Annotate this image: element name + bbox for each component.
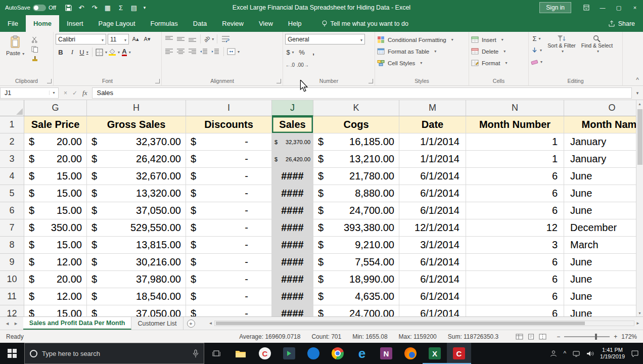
cell-N4[interactable]: 6 [466,168,564,185]
cell-G3[interactable]: $20.00 [24,151,87,168]
conditional-formatting-button[interactable]: Conditional Formatting [377,34,467,46]
cell-O7[interactable]: December [564,219,643,237]
tell-me-box[interactable]: Tell me what you want to do [322,15,408,32]
maximize-button[interactable]: ▢ [611,0,627,15]
column-header-I[interactable]: I [186,100,272,116]
chrome-button[interactable] [326,343,350,364]
start-button[interactable] [0,343,24,364]
cell-G11[interactable]: $12.00 [24,288,87,305]
cell-G9[interactable]: $12.00 [24,254,87,271]
zoom-in-button[interactable]: + [614,333,617,340]
cell-K7[interactable]: $393,380.00 [313,219,399,237]
cell-N9[interactable]: 6 [466,254,564,271]
row-header-6[interactable]: 6 [0,202,24,219]
clipboard-dialog-launcher[interactable] [47,79,52,83]
page-break-view-button[interactable] [539,334,546,340]
qat-chart-button[interactable]: ▤ [128,2,140,14]
task-view-button[interactable] [204,343,228,364]
name-box[interactable]: J1 ▾ [0,87,59,99]
cell-J3[interactable]: $26,420.00 [272,151,313,168]
column-header-H[interactable]: H [87,100,186,116]
cell-G7[interactable]: $350.00 [24,219,87,237]
format-as-table-button[interactable]: Format as Table [377,46,467,57]
cell-O1[interactable]: Month Name [564,116,643,133]
row-header-7[interactable]: 7 [0,219,24,237]
cell-G8[interactable]: $15.00 [24,237,87,254]
row-header-8[interactable]: 8 [0,237,24,254]
collapse-ribbon-button[interactable]: ^ [636,76,639,83]
orientation-button[interactable]: ab [204,34,214,44]
cell-G12[interactable]: $15.00 [24,305,87,316]
cell-I5[interactable]: $- [186,185,272,202]
scroll-down-icon[interactable]: ▼ [638,309,641,316]
increase-indent-button[interactable] [210,47,220,57]
qat-borders-button[interactable]: ▦ [102,2,114,14]
cell-J5[interactable]: #### [272,185,313,202]
ribbon-tab-help[interactable]: Help [281,15,309,32]
cell-H10[interactable]: $37,980.00 [87,271,186,288]
wrap-text-button[interactable] [220,34,231,44]
cell-H12[interactable]: $37,050.00 [87,305,186,316]
cell-M3[interactable]: 1/1/2014 [399,151,466,168]
cell-O5[interactable]: June [564,185,643,202]
row-header-3[interactable]: 3 [0,151,24,168]
scroll-up-icon[interactable]: ▲ [638,100,641,107]
cell-O2[interactable]: January [564,133,643,151]
cell-N12[interactable]: 6 [466,305,564,316]
cell-G1[interactable]: Sale Price [24,116,87,133]
decrease-indent-button[interactable] [199,47,209,57]
show-hidden-icons-button[interactable]: ^ [563,350,566,357]
cell-G2[interactable]: $20.00 [24,133,87,151]
ribbon-display-options-button[interactable] [578,0,594,15]
font-color-button[interactable]: A [121,47,131,57]
cell-I8[interactable]: $- [186,237,272,254]
name-box-caret-icon[interactable]: ▾ [49,90,58,95]
user-icon[interactable] [550,350,557,357]
cell-M8[interactable]: 3/1/2014 [399,237,466,254]
number-dialog-launcher[interactable] [369,79,373,83]
font-name-combo[interactable]: Calibri [56,34,106,44]
enter-icon[interactable]: ✓ [72,89,77,97]
cell-N8[interactable]: 3 [466,237,564,254]
cell-M4[interactable]: 6/1/2014 [399,168,466,185]
action-center-button[interactable] [631,350,639,357]
column-header-M[interactable]: M [399,100,466,116]
cell-O10[interactable]: June [564,271,643,288]
autosum-button[interactable]: Σ [531,34,542,43]
cell-K3[interactable]: $13,210.00 [313,151,399,168]
row-header-10[interactable]: 10 [0,271,24,288]
cell-J10[interactable]: #### [272,271,313,288]
font-dialog-launcher[interactable] [155,79,160,83]
cell-J8[interactable]: #### [272,237,313,254]
cell-I2[interactable]: $- [186,133,272,151]
cell-O6[interactable]: June [564,202,643,219]
cell-J7[interactable]: #### [272,219,313,237]
cell-M10[interactable]: 6/1/2014 [399,271,466,288]
cell-I10[interactable]: $- [186,271,272,288]
ribbon-tab-review[interactable]: Review [214,15,251,32]
row-header-1[interactable]: 1 [0,116,24,133]
column-header-N[interactable]: N [466,100,564,116]
bold-button[interactable]: B [56,47,66,57]
cell-J12[interactable]: #### [272,305,313,316]
align-center-button[interactable] [175,47,186,57]
ribbon-tab-data[interactable]: Data [186,15,214,32]
taskbar-clock[interactable]: 1:41 PM 1/19/2019 [600,347,625,360]
ribbon-tab-view[interactable]: View [251,15,281,32]
redo-button[interactable]: ↷ [88,2,101,14]
cell-J9[interactable]: #### [272,254,313,271]
sign-in-button[interactable]: Sign in [539,2,571,13]
horizontal-scrollbar[interactable] [214,321,635,326]
cell-M1[interactable]: Date [399,116,466,133]
cut-icon[interactable] [31,36,38,43]
borders-button[interactable] [96,47,107,57]
cell-K9[interactable]: $7,554.00 [313,254,399,271]
cell-H5[interactable]: $13,320.00 [87,185,186,202]
fill-button[interactable] [531,46,542,55]
cell-N6[interactable]: 6 [466,202,564,219]
cell-M5[interactable]: 6/1/2014 [399,185,466,202]
hscroll-right-icon[interactable]: ► [636,321,640,326]
ribbon-tab-page-layout[interactable]: Page Layout [91,15,143,32]
cell-M12[interactable]: 6/1/2014 [399,305,466,316]
cell-K1[interactable]: Cogs [313,116,399,133]
